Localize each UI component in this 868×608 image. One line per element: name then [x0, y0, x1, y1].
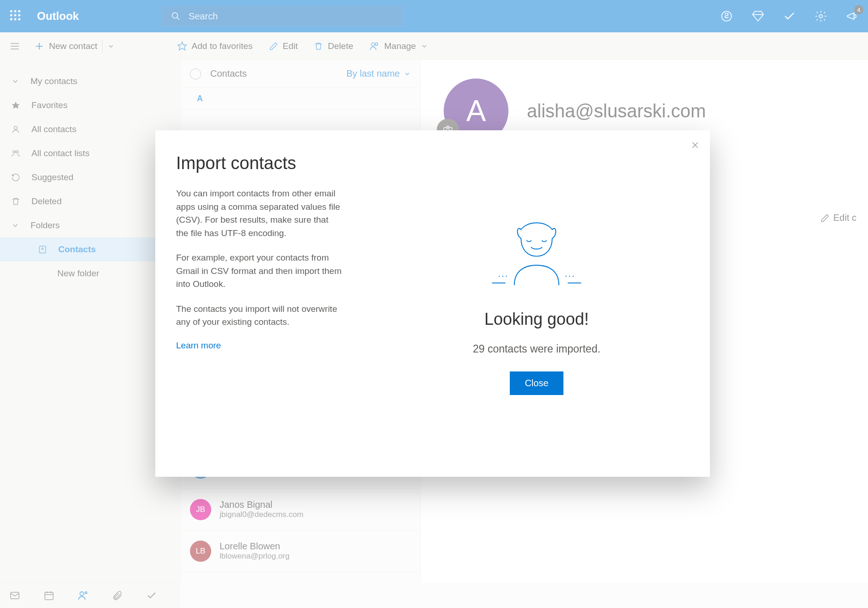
success-illustration	[474, 213, 599, 291]
close-button[interactable]: Close	[510, 371, 563, 395]
dialog-paragraph: You can import contacts from other email…	[176, 187, 342, 240]
dialog-result-panel: Looking good! 29 contacts were imported.…	[363, 130, 710, 477]
dialog-paragraph: For example, export your contacts from G…	[176, 251, 342, 291]
dialog-status: 29 contacts were imported.	[473, 343, 600, 355]
learn-more-link[interactable]: Learn more	[176, 340, 221, 350]
dialog-heading: Looking good!	[484, 310, 589, 329]
dialog-title: Import contacts	[176, 153, 342, 173]
dialog-info-panel: Import contacts You can import contacts …	[155, 130, 363, 477]
close-icon[interactable]	[691, 140, 700, 150]
import-contacts-dialog: Import contacts You can import contacts …	[155, 130, 710, 477]
dialog-paragraph: The contacts you import will not overwri…	[176, 303, 342, 329]
